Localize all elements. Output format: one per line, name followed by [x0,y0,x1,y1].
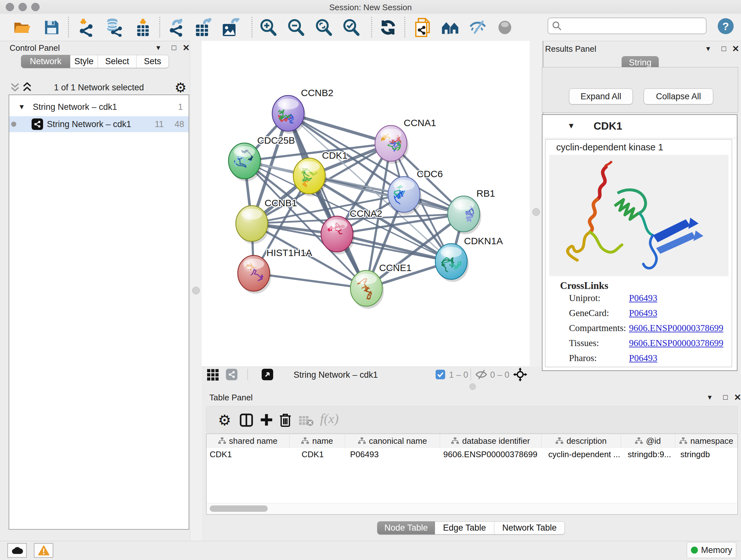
column-header[interactable]: description [542,434,621,448]
zoom-in-button[interactable] [259,18,277,37]
open-session-button[interactable] [13,18,31,37]
table-settings-gear-icon[interactable]: ⚙ [218,412,231,429]
table-panel-menu-icon[interactable]: ▾ [708,393,712,401]
crosslinks-title: CrossLinks [560,280,608,292]
import-table-button[interactable] [134,18,152,37]
crosslink-compartments-link[interactable]: 9606.ENSP00000378699 [629,323,724,333]
network-options-gear-icon[interactable]: ⚙ [175,80,187,96]
network-row-selected[interactable]: String Network – cdk1 11 48 [9,116,189,132]
hidden-eye-icon[interactable] [475,369,488,380]
import-table-icon [135,18,151,37]
expand-all-networks-icon[interactable] [22,81,32,92]
results-panel-close-icon[interactable]: ✕ [732,44,739,54]
left-splitter-handle[interactable] [192,287,200,294]
cell-name: CDK1 [289,448,345,461]
delete-column-trash-icon[interactable] [279,413,291,427]
tab-network[interactable]: Network [21,55,70,68]
cell-id: stringdb:9... [621,448,675,461]
results-panel-menu-icon[interactable]: ▾ [706,44,710,53]
control-panel-menu-icon[interactable]: ▾ [156,43,160,52]
right-splitter-handle[interactable] [532,208,540,216]
column-header[interactable]: shared name [206,434,289,448]
string-network-icon [31,118,43,130]
save-floppy-icon [44,20,59,35]
column-header[interactable]: canonical name [345,434,440,448]
help-button[interactable]: ? [718,18,734,34]
import-network-file-button[interactable] [77,18,96,37]
tab-select[interactable]: Select [98,55,137,68]
collapse-all-networks-icon[interactable] [10,81,20,92]
tab-edge-table[interactable]: Edge Table [435,521,494,535]
table-row[interactable]: CDK1 CDK1 P06493 9606.ENSP00000378699 cy… [206,448,738,461]
results-scroll-area: ▼ CDK1 cyclin-dependent kinase 1 [542,114,738,371]
toolbar-separator [252,17,253,37]
network-collection-row[interactable]: ▼ String Network – cdk1 1 [9,100,189,114]
cloud-status-button[interactable] [7,543,27,558]
svg-text:CDC6: CDC6 [417,169,443,179]
string-import-button[interactable] [414,18,432,37]
network-node-count: 11 [155,119,164,129]
column-header[interactable]: database identifier [440,434,542,448]
export-image-button[interactable] [221,18,240,37]
zoom-out-button[interactable] [286,18,305,37]
gene-section-header[interactable]: ▼ CDK1 [542,115,737,138]
selected-checkbox-icon[interactable] [435,370,445,379]
svg-text:CCNA1: CCNA1 [404,118,436,128]
show-hide-eye-button[interactable] [495,18,514,37]
zoom-selected-button[interactable] [342,18,360,37]
zoom-fit-button[interactable] [314,18,333,37]
save-session-button[interactable] [43,18,61,37]
column-header[interactable]: namespace [675,434,738,448]
refresh-view-button[interactable] [379,18,397,37]
results-panel-float-icon[interactable]: □ [722,44,726,53]
tab-sets[interactable]: Sets [137,55,169,68]
crosslink-pharos-link[interactable]: P06493 [629,353,657,363]
toolbar-separator [404,17,405,37]
column-type-icon [556,437,563,444]
export-network-button[interactable] [168,18,187,37]
enable-glass-effect-button[interactable] [468,18,487,37]
scrollbar-thumb[interactable] [210,505,268,512]
string-home-button[interactable] [441,18,460,37]
string-view-icon[interactable] [226,369,238,380]
warnings-button[interactable] [34,543,53,558]
export-table-button[interactable] [194,18,213,37]
control-panel-close-icon[interactable]: ✕ [183,43,190,53]
birds-eye-view-toggle[interactable] [262,369,273,380]
bottom-splitter-handle[interactable] [469,383,476,390]
tab-node-table[interactable]: Node Table [377,521,435,535]
column-header[interactable]: @id [621,434,675,448]
export-network-icon [168,18,187,37]
tab-style[interactable]: Style [70,55,98,68]
expand-all-button[interactable]: Expand All [569,88,633,105]
search-field[interactable] [548,17,706,34]
import-network-from-database-button[interactable] [105,18,123,37]
crosslink-label: Pharos: [569,353,597,363]
control-panel-float-icon[interactable]: □ [172,43,177,52]
column-header[interactable]: name [289,434,345,448]
show-columns-icon[interactable] [240,414,253,427]
left-splitter[interactable] [190,41,202,541]
crosslink-tissues-link[interactable]: 9606.ENSP00000378699 [629,338,724,348]
memory-button[interactable]: Memory [687,542,736,558]
svg-text:HIST1H1A: HIST1H1A [266,247,312,258]
tab-network-table[interactable]: Network Table [494,521,565,535]
network-graph[interactable]: CCNB2CCNA1CDC25BCDK1CDC6RB1CCNB1CCNA2CDK… [202,41,530,367]
gene-collapse-triangle[interactable]: ▼ [567,121,575,130]
table-horizontal-scrollbar[interactable] [207,503,737,514]
crosslink-genecard-link[interactable]: P06493 [629,308,657,318]
table-panel-close-icon[interactable]: ✕ [734,392,741,402]
cell-namespace: stringdb [675,448,738,461]
add-column-icon[interactable] [260,414,273,426]
pan-crosshair-icon[interactable] [513,368,527,381]
database-icon [105,18,123,37]
cytoscape-window: Session: New Session [0,0,741,560]
table-panel-float-icon[interactable]: □ [723,393,728,401]
grid-view-icon[interactable] [207,369,219,381]
collapse-all-button[interactable]: Collapse All [644,88,713,105]
control-panel-title: Control Panel [10,43,60,53]
crosslink-uniprot-link[interactable]: P06493 [629,293,657,303]
network-canvas[interactable]: CCNB2CCNA1CDC25BCDK1CDC6RB1CCNB1CCNA2CDK… [202,41,530,367]
collection-expand-triangle[interactable]: ▼ [18,103,25,111]
svg-text:CCNE1: CCNE1 [379,262,412,273]
